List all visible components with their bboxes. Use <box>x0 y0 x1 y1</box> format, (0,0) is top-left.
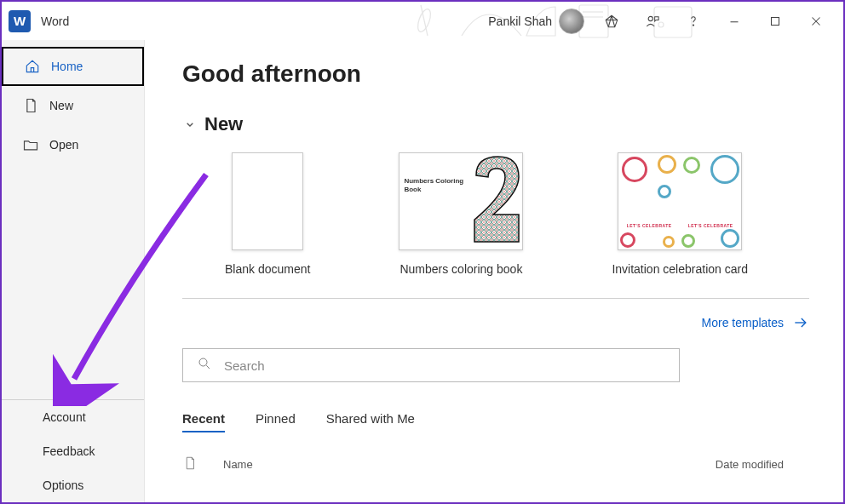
list-header: Name Date modified <box>182 455 809 474</box>
sidebar: Home New Open Account Feedback Options <box>2 40 145 502</box>
template-thumb <box>232 152 303 250</box>
more-templates-link[interactable]: More templates <box>702 314 809 331</box>
search-box[interactable] <box>182 348 680 382</box>
new-doc-icon <box>22 97 39 114</box>
title-bar: W Word Pankil Shah <box>2 2 843 40</box>
template-thumb: Numbers Coloring Book <box>399 152 523 250</box>
sidebar-item-account[interactable]: Account <box>2 400 144 434</box>
app-title: Word <box>41 14 69 28</box>
template-label: Numbers coloring book <box>400 262 522 276</box>
svg-rect-9 <box>772 17 779 25</box>
search-input[interactable] <box>224 358 665 373</box>
column-date[interactable]: Date modified <box>716 458 784 471</box>
column-name[interactable]: Name <box>223 458 253 471</box>
minimize-icon[interactable] <box>714 4 755 38</box>
svg-point-0 <box>416 8 434 33</box>
help-icon[interactable] <box>673 4 714 38</box>
tab-recent[interactable]: Recent <box>182 411 225 432</box>
sidebar-item-label: New <box>49 99 73 112</box>
user-name: Pankil Shah <box>488 14 552 28</box>
recent-tabs: Recent Pinned Shared with Me <box>182 411 809 432</box>
templates-row: Blank document Numbers Coloring Book <box>225 152 809 276</box>
template-numbers-coloring[interactable]: Numbers Coloring Book Numbers coloring b… <box>399 152 523 276</box>
svg-point-7 <box>693 24 693 25</box>
sidebar-item-new[interactable]: New <box>2 86 144 125</box>
svg-point-14 <box>199 358 207 366</box>
home-icon <box>24 58 41 75</box>
maximize-icon[interactable] <box>755 4 796 38</box>
chevron-down-icon <box>182 117 198 132</box>
close-icon[interactable] <box>796 4 836 38</box>
svg-line-15 <box>206 365 210 369</box>
sidebar-item-open[interactable]: Open <box>2 125 144 164</box>
feedback-icon[interactable] <box>632 4 673 38</box>
sidebar-item-label: Feedback <box>43 444 95 458</box>
sidebar-item-options[interactable]: Options <box>2 468 144 502</box>
section-title: New <box>204 113 243 135</box>
premium-icon[interactable] <box>591 4 632 38</box>
template-label: Blank document <box>225 262 310 276</box>
page-title: Good afternoon <box>182 60 809 88</box>
template-invitation[interactable]: LET'S CELEBRATE LET'S CELEBRATE Invitati… <box>612 152 748 276</box>
sidebar-item-home[interactable]: Home <box>2 47 144 86</box>
template-blank[interactable]: Blank document <box>225 152 310 276</box>
sidebar-item-feedback[interactable]: Feedback <box>2 434 144 468</box>
tab-shared[interactable]: Shared with Me <box>326 411 415 432</box>
search-icon <box>197 356 212 375</box>
svg-point-6 <box>648 16 652 20</box>
word-app-icon: W <box>9 10 31 32</box>
sidebar-item-label: Account <box>43 410 86 424</box>
folder-icon <box>22 136 39 153</box>
section-new-header[interactable]: New <box>182 113 809 135</box>
document-icon <box>182 455 198 474</box>
template-label: Invitation celebration card <box>612 262 748 276</box>
sidebar-item-label: Open <box>49 138 78 152</box>
sidebar-item-label: Options <box>43 478 83 492</box>
main-content: Good afternoon New Blank document Number… <box>145 40 843 502</box>
tab-pinned[interactable]: Pinned <box>256 411 296 432</box>
sidebar-item-label: Home <box>51 60 83 73</box>
template-thumb: LET'S CELEBRATE LET'S CELEBRATE <box>618 152 742 250</box>
user-area[interactable]: Pankil Shah <box>488 9 584 34</box>
avatar[interactable] <box>559 9 584 34</box>
